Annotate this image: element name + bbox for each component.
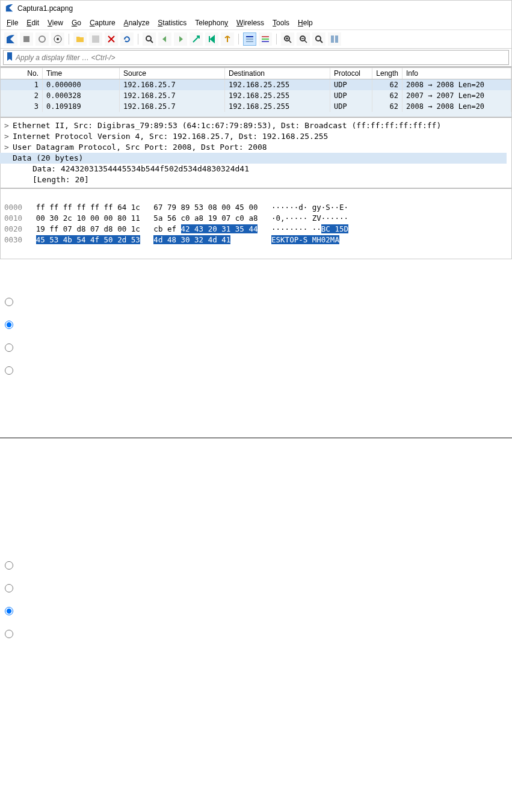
col-length[interactable]: Length (372, 68, 403, 79)
svg-rect-7 (246, 38, 253, 40)
col-protocol[interactable]: Protocol (330, 68, 372, 79)
separator (138, 34, 138, 45)
detail-udp[interactable]: >User Datagram Protocol, Src Port: 2008,… (4, 142, 508, 153)
expander-icon[interactable]: > (4, 120, 13, 131)
packet-list-header[interactable]: No. Time Source Destination Protocol Len… (1, 67, 511, 79)
hex-offset: 0010 (4, 214, 22, 223)
menu-file[interactable]: File (7, 19, 18, 27)
menu-edit[interactable]: Edit (26, 19, 39, 27)
hex-offset: 0020 (4, 224, 22, 233)
separator (238, 34, 239, 45)
svg-point-1 (39, 36, 45, 42)
menubar[interactable]: File Edit View Go Capture Analyze Statis… (1, 16, 511, 30)
options-icon[interactable] (51, 32, 64, 46)
hex-offset: 0000 (4, 203, 22, 212)
answer-group-1 (0, 259, 512, 413)
svg-point-5 (146, 36, 151, 41)
filter-input-box[interactable] (3, 50, 509, 65)
last-icon[interactable] (221, 32, 234, 46)
radio-option[interactable] (5, 607, 13, 615)
detail-data-hex[interactable]: Data: 42432031354445534b544f502d534d4830… (4, 164, 508, 174)
filter-input[interactable] (16, 54, 505, 62)
svg-rect-10 (262, 38, 269, 40)
col-info[interactable]: Info (403, 68, 511, 79)
detail-data-header[interactable]: vData (20 bytes) (4, 153, 508, 164)
menu-tools[interactable]: Tools (273, 19, 289, 27)
resize-columns-icon[interactable] (328, 32, 341, 46)
window-title: Captura1.pcapng (17, 4, 73, 13)
radio-option[interactable] (5, 561, 13, 570)
svg-rect-16 (335, 35, 338, 43)
detail-data-len[interactable]: [Length: 20] (4, 174, 508, 185)
menu-help[interactable]: Help (298, 19, 313, 27)
radio-option[interactable] (5, 366, 13, 375)
packet-row[interactable] (1, 112, 511, 117)
menu-wireless[interactable]: Wireless (236, 19, 264, 27)
stop-capture-icon[interactable] (20, 32, 33, 46)
svg-rect-6 (246, 36, 253, 37)
menu-view[interactable]: View (48, 19, 63, 27)
restart-capture-icon[interactable] (35, 32, 49, 46)
next-icon[interactable] (174, 32, 187, 46)
first-icon[interactable] (205, 32, 218, 46)
radio-option[interactable] (5, 584, 13, 592)
bookmark-icon[interactable] (7, 52, 16, 63)
col-destination[interactable]: Destination (225, 68, 330, 79)
expander-icon[interactable]: > (4, 142, 13, 153)
find-icon[interactable] (143, 32, 156, 46)
zoom-out-icon[interactable] (297, 32, 310, 46)
fin-icon (5, 4, 17, 14)
col-time[interactable]: Time (43, 68, 120, 79)
hex-offset: 0030 (4, 235, 22, 244)
jump-icon[interactable] (190, 32, 203, 46)
separator (69, 34, 69, 45)
svg-rect-0 (23, 36, 29, 42)
hex-pane[interactable]: 0000 ff ff ff ff ff ff 64 1c 67 79 89 53… (1, 188, 511, 259)
toolbar (1, 30, 511, 49)
menu-telephony[interactable]: Telephony (195, 19, 228, 27)
section-divider (0, 437, 512, 438)
menu-go[interactable]: Go (72, 19, 81, 27)
radio-option[interactable] (5, 630, 13, 638)
start-capture-icon[interactable] (4, 32, 17, 46)
svg-rect-11 (262, 41, 269, 42)
titlebar: Captura1.pcapng (1, 1, 511, 16)
answer-group-2 (0, 475, 512, 677)
radio-option[interactable] (5, 298, 13, 306)
svg-point-3 (57, 38, 59, 40)
col-no[interactable]: No. (1, 68, 43, 79)
filterbar (1, 49, 511, 67)
colorize-icon[interactable] (259, 32, 272, 46)
wireshark-window: Captura1.pcapng File Edit View Go Captur… (0, 0, 512, 259)
autoscroll-icon[interactable] (243, 32, 256, 46)
svg-point-14 (316, 36, 321, 41)
detail-eth[interactable]: >Ethernet II, Src: Digibras_79:89:53 (64… (4, 120, 508, 131)
col-source[interactable]: Source (120, 68, 225, 79)
packet-details[interactable]: >Ethernet II, Src: Digibras_79:89:53 (64… (1, 118, 511, 188)
zoom-reset-icon[interactable] (312, 32, 325, 46)
radio-option[interactable] (5, 321, 13, 329)
packet-list[interactable]: 1 0.000000 192.168.25.7 192.168.25.255 U… (1, 79, 511, 117)
svg-rect-15 (331, 35, 334, 43)
reload-icon[interactable] (120, 32, 134, 46)
packet-row[interactable]: 2 0.000328 192.168.25.7 192.168.25.255 U… (1, 90, 511, 101)
svg-rect-4 (92, 35, 99, 43)
separator (276, 34, 277, 45)
save-icon[interactable] (89, 32, 102, 46)
prev-icon[interactable] (158, 32, 171, 46)
packet-row[interactable]: 3 0.109189 192.168.25.7 192.168.25.255 U… (1, 101, 511, 112)
menu-statistics[interactable]: Statistics (158, 19, 187, 27)
menu-capture[interactable]: Capture (90, 19, 116, 27)
close-icon[interactable] (105, 32, 118, 46)
zoom-in-icon[interactable] (281, 32, 294, 46)
detail-ip[interactable]: >Internet Protocol Version 4, Src: 192.1… (4, 131, 508, 142)
svg-rect-8 (246, 41, 253, 42)
expander-icon[interactable]: > (4, 131, 13, 142)
radio-option[interactable] (5, 343, 13, 352)
packet-row[interactable]: 1 0.000000 192.168.25.7 192.168.25.255 U… (1, 79, 511, 90)
svg-rect-9 (262, 36, 269, 37)
open-icon[interactable] (73, 32, 87, 46)
menu-analyze[interactable]: Analyze (124, 19, 150, 27)
